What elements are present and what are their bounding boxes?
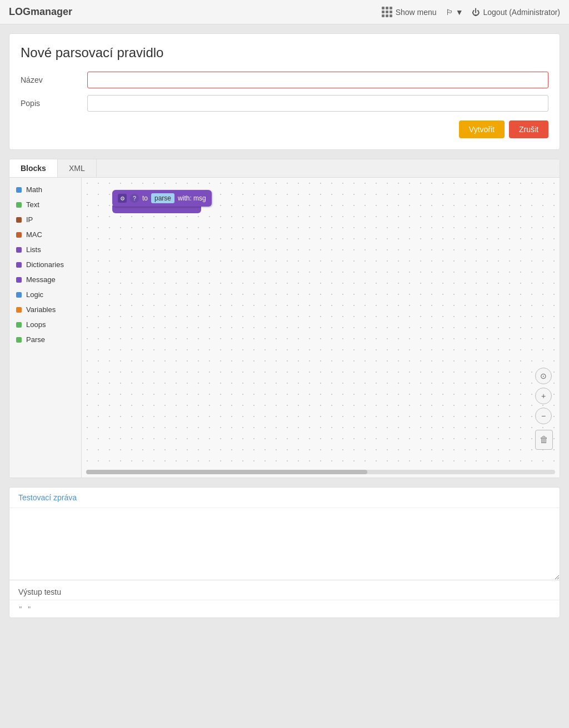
blocks-sidebar: Math Text IP MAC Lists: [9, 178, 82, 478]
tabs: Blocks XML: [9, 159, 560, 178]
math-color-dot: [16, 187, 22, 193]
sidebar-label-lists: Lists: [26, 245, 41, 254]
sidebar-item-text[interactable]: Text: [9, 197, 81, 212]
workspace-controls: ⊙ + − 🗑: [535, 368, 553, 450]
sidebar-label-text: Text: [26, 200, 39, 209]
block-connector: [112, 205, 201, 213]
flag-dropdown-icon: ▼: [456, 8, 463, 17]
sidebar-label-ip: IP: [26, 215, 33, 224]
grid-icon: [382, 7, 392, 17]
sidebar-label-message: Message: [26, 275, 56, 284]
main-content: Nové parsovací pravidlo Název Popis Vytv…: [0, 24, 569, 636]
sidebar-label-math: Math: [26, 185, 42, 194]
sidebar-item-loops[interactable]: Loops: [9, 317, 81, 332]
sidebar-item-dictionaries[interactable]: Dictionaries: [9, 257, 81, 272]
logout-button[interactable]: ⏻ Logout (Administrator): [472, 8, 560, 17]
test-textarea[interactable]: [9, 508, 560, 580]
sidebar-label-mac: MAC: [26, 230, 42, 239]
power-icon: ⏻: [472, 8, 480, 17]
sidebar-label-variables: Variables: [26, 305, 56, 314]
blocks-card: Blocks XML Math Text IP: [9, 159, 560, 478]
flag-icon: 🏳: [446, 8, 453, 17]
sidebar-label-parse: Parse: [26, 335, 45, 344]
message-color-dot: [16, 277, 22, 283]
block-outer: ⚙ ? to parse with: msg: [112, 190, 212, 207]
center-button[interactable]: ⊙: [535, 368, 552, 384]
blocks-workspace[interactable]: ⚙ ? to parse with: msg ⊙ +: [82, 178, 560, 478]
parse-color-dot: [16, 337, 22, 343]
text-color-dot: [16, 202, 22, 208]
trash-icon: 🗑: [540, 435, 548, 445]
zoom-in-icon: +: [541, 391, 546, 400]
block-with-text: with: msg: [178, 194, 206, 202]
description-label: Popis: [21, 99, 87, 108]
block-to-text: to: [142, 194, 148, 202]
description-row: Popis: [21, 95, 548, 112]
mac-color-dot: [16, 232, 22, 238]
ip-color-dot: [16, 217, 22, 223]
test-header: Testovací zpráva: [9, 488, 560, 508]
sidebar-item-parse[interactable]: Parse: [9, 332, 81, 347]
tab-blocks[interactable]: Blocks: [9, 159, 58, 177]
header-actions: Show menu 🏳 ▼ ⏻ Logout (Administrator): [382, 7, 560, 17]
sidebar-item-lists[interactable]: Lists: [9, 242, 81, 257]
name-label: Název: [21, 76, 87, 84]
output-label: Výstup testu: [9, 582, 560, 600]
sidebar-item-message[interactable]: Message: [9, 272, 81, 287]
parse-badge: parse: [151, 193, 174, 203]
form-actions: Vytvořit Zrušit: [21, 121, 548, 138]
sidebar-item-logic[interactable]: Logic: [9, 287, 81, 302]
sidebar-item-math[interactable]: Math: [9, 182, 81, 197]
logout-label: Logout (Administrator): [483, 8, 560, 17]
help-icon[interactable]: ?: [130, 194, 139, 203]
sidebar-item-variables[interactable]: Variables: [9, 302, 81, 317]
description-input[interactable]: [87, 95, 548, 112]
output-value: " ": [9, 600, 560, 617]
horizontal-scrollbar[interactable]: [86, 470, 555, 474]
sidebar-label-dictionaries: Dictionaries: [26, 260, 64, 269]
form-card: Nové parsovací pravidlo Název Popis Vytv…: [9, 33, 560, 150]
logic-color-dot: [16, 292, 22, 298]
name-row: Název: [21, 72, 548, 88]
page-title: Nové parsovací pravidlo: [21, 45, 548, 61]
show-menu-button[interactable]: Show menu: [382, 7, 437, 17]
show-menu-label: Show menu: [396, 8, 437, 17]
lists-color-dot: [16, 247, 22, 253]
variables-color-dot: [16, 307, 22, 313]
header: LOGmanager Show menu 🏳 ▼ ⏻ Logout (Admin…: [0, 0, 569, 24]
workspace-parse-block[interactable]: ⚙ ? to parse with: msg: [112, 190, 212, 213]
dicts-color-dot: [16, 262, 22, 268]
zoom-out-button[interactable]: −: [535, 408, 552, 424]
blocks-content: Math Text IP MAC Lists: [9, 178, 560, 478]
zoom-out-icon: −: [541, 411, 546, 420]
name-input[interactable]: [87, 72, 548, 88]
tab-xml[interactable]: XML: [58, 159, 97, 177]
create-button[interactable]: Vytvořit: [459, 121, 505, 138]
cancel-button[interactable]: Zrušit: [509, 121, 548, 138]
logo: LOGmanager: [9, 6, 382, 18]
sidebar-label-logic: Logic: [26, 290, 43, 299]
test-card: Testovací zpráva Výstup testu " ": [9, 487, 560, 618]
test-output-section: Výstup testu " ": [9, 582, 560, 617]
sidebar-label-loops: Loops: [26, 320, 46, 329]
trash-button[interactable]: 🗑: [535, 430, 553, 450]
center-icon: ⊙: [540, 371, 547, 380]
sidebar-item-ip[interactable]: IP: [9, 212, 81, 227]
scrollbar-thumb: [86, 470, 367, 474]
zoom-in-button[interactable]: +: [535, 388, 552, 404]
flag-button[interactable]: 🏳 ▼: [446, 8, 463, 17]
loops-color-dot: [16, 322, 22, 328]
sidebar-item-mac[interactable]: MAC: [9, 227, 81, 242]
gear-icon[interactable]: ⚙: [118, 194, 127, 203]
